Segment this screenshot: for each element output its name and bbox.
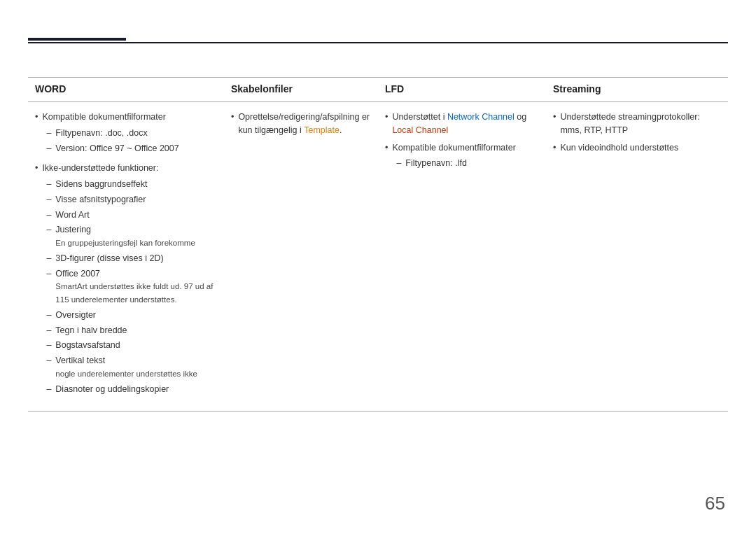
- word-sub-list-1: Filtypenavn: .doc, .docx Version: Office…: [45, 127, 217, 155]
- header-skabelonfiler: Skabelonfiler: [224, 78, 378, 102]
- short-rule: [28, 38, 126, 41]
- lfd-sub-item-1: Filtypenavn: .lfd: [395, 157, 539, 170]
- word-sub-item-7: 3D-figurer (disse vises i 2D): [45, 252, 217, 265]
- word-sub-item-10: Tegn i halv bredde: [45, 324, 217, 337]
- word-sub-item-9: Oversigter: [45, 309, 217, 322]
- skabelonfiler-list-item-1: Oprettelse/redigering/afspilning er kun …: [231, 111, 371, 137]
- local-channel-highlight: Local Channel: [392, 125, 448, 135]
- word-list: Kompatible dokumentfilformater Filtypena…: [35, 111, 217, 398]
- lfd-cell: Understøttet i Network Channel og Local …: [378, 102, 546, 412]
- skabelonfiler-list: Oprettelse/redigering/afspilning er kun …: [231, 111, 371, 137]
- word-sub-item-4: Visse afsnitstypografier: [45, 193, 217, 206]
- word-sub-item-2: Version: Office 97 ~ Office 2007: [45, 142, 217, 155]
- template-highlight: Template: [304, 125, 340, 135]
- word-sub-item-5: Word Art: [45, 209, 217, 222]
- word-sub-item-6: Justering En gruppejusteringsfejl kan fo…: [45, 223, 217, 250]
- word-list-item-1: Kompatible dokumentfilformater Filtypena…: [35, 111, 217, 157]
- lfd-list: Understøttet i Network Channel og Local …: [385, 111, 539, 173]
- streaming-list-item-2: Kun videoindhold understøttes: [553, 141, 721, 155]
- content-area: WORD Skabelonfiler LFD Streaming Kompati…: [28, 77, 728, 412]
- word-sub-item-1: Filtypenavn: .doc, .docx: [45, 127, 217, 140]
- lfd-sub-list-1: Filtypenavn: .lfd: [395, 157, 539, 170]
- page-container: WORD Skabelonfiler LFD Streaming Kompati…: [0, 0, 756, 534]
- header-lfd: LFD: [378, 78, 546, 102]
- word-sub-item-3: Sidens baggrundseffekt: [45, 178, 217, 191]
- page-number: 65: [705, 493, 725, 514]
- top-rule: [28, 42, 728, 43]
- word-sub-list-2: Sidens baggrundseffekt Visse afsnitstypo…: [45, 178, 217, 395]
- word-sub-item-13: Diasnoter og uddelingskopier: [45, 383, 217, 396]
- header-word: WORD: [28, 78, 224, 102]
- streaming-list-item-1: Understøttede streamingprotokoller: mms,…: [553, 111, 721, 137]
- word-sub-item-8: Office 2007 SmartArt understøttes ikke f…: [45, 267, 217, 307]
- header-streaming: Streaming: [546, 78, 728, 102]
- network-channel-highlight: Network Channel: [447, 112, 514, 122]
- main-table: WORD Skabelonfiler LFD Streaming Kompati…: [28, 77, 728, 412]
- streaming-list: Understøttede streamingprotokoller: mms,…: [553, 111, 721, 154]
- word-cell: Kompatible dokumentfilformater Filtypena…: [28, 102, 224, 412]
- lfd-list-item-1: Understøttet i Network Channel og Local …: [385, 111, 539, 137]
- skabelonfiler-cell: Oprettelse/redigering/afspilning er kun …: [224, 102, 378, 412]
- streaming-cell: Understøttede streamingprotokoller: mms,…: [546, 102, 728, 412]
- word-sub-item-12: Vertikal tekst nogle underelementer unde…: [45, 354, 217, 381]
- word-list-item-2: Ikke-understøttede funktioner: Sidens ba…: [35, 162, 217, 398]
- lfd-list-item-2: Kompatible dokumentfilformater Filtypena…: [385, 141, 539, 174]
- word-sub-item-11: Bogstavsafstand: [45, 339, 217, 352]
